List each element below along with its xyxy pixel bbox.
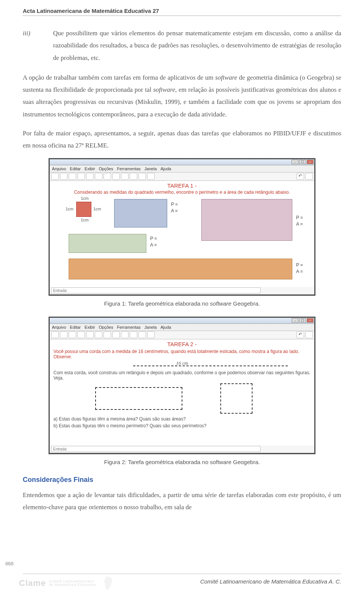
close-icon[interactable]: × bbox=[307, 160, 314, 164]
figure-1-inputbar[interactable] bbox=[50, 287, 314, 295]
figure-1-titlebar[interactable]: – ☐ × bbox=[50, 159, 314, 165]
tarefa2-line2: Com esta corda, você construiu um retâng… bbox=[50, 369, 314, 381]
tool-point-icon[interactable] bbox=[60, 173, 67, 180]
tool-point-icon[interactable] bbox=[60, 331, 67, 338]
tool-zoom-icon[interactable] bbox=[147, 173, 155, 180]
italic-software-1: software bbox=[215, 74, 237, 81]
figure-1-caption: Figura 1: Tarefa geométrica elaborada no… bbox=[23, 300, 341, 307]
menu-opcoes[interactable]: Opções bbox=[99, 166, 113, 171]
figure-2-titlebar[interactable]: – ☐ × bbox=[50, 318, 314, 324]
dim-top: 1cm bbox=[81, 196, 89, 201]
list-item-iii: iii) Que possibilitem que vários element… bbox=[23, 27, 341, 64]
menu-arquivo[interactable]: Arquivo bbox=[52, 325, 66, 329]
tool-reflect-icon[interactable] bbox=[121, 173, 129, 180]
green-a: A = bbox=[150, 242, 157, 248]
minimize-icon[interactable]: – bbox=[292, 160, 298, 164]
section-heading-consideracoes: Considerações Finais bbox=[23, 476, 341, 484]
redo-icon[interactable] bbox=[305, 331, 313, 338]
length-label: 16 cm bbox=[50, 360, 314, 366]
orange-p: P = bbox=[296, 262, 303, 268]
blue-a: A = bbox=[171, 208, 178, 213]
minimize-icon[interactable]: – bbox=[292, 318, 298, 323]
figure-1-toolbar[interactable] bbox=[50, 173, 314, 181]
tarefa2-line1: Você possui uma corda com a medida de 16… bbox=[50, 348, 314, 360]
page-number: 868 bbox=[5, 561, 14, 566]
tarefa2-qb: b) Estas duas figuras têm o mesmo períme… bbox=[50, 422, 314, 429]
tool-line-icon[interactable] bbox=[69, 331, 76, 338]
tool-line-icon[interactable] bbox=[69, 173, 76, 180]
tool-zoom-icon[interactable] bbox=[147, 331, 155, 338]
running-head: Acta Latinoamericana de Matemática Educa… bbox=[23, 8, 341, 16]
figure-2-menubar[interactable]: Arquivo Editar Exibir Opções Ferramentas… bbox=[50, 324, 314, 331]
italic-software-2: software bbox=[153, 86, 175, 93]
caption1-sw: software bbox=[210, 300, 232, 307]
dim-left: 1cm bbox=[66, 207, 74, 211]
menu-ferramentas[interactable]: Ferramentas bbox=[117, 166, 140, 171]
figure-1-window: – ☐ × Arquivo Editar Exibir Opções Ferra… bbox=[49, 159, 315, 295]
menu-arquivo[interactable]: Arquivo bbox=[52, 166, 66, 171]
menu-ajuda[interactable]: Ajuda bbox=[160, 166, 171, 171]
tarefa2-qa: a) Estas duas figuras têm a mesma área? … bbox=[50, 416, 314, 422]
menu-janela[interactable]: Janela bbox=[144, 166, 157, 171]
south-america-icon bbox=[99, 576, 118, 591]
menu-editar[interactable]: Editar bbox=[70, 166, 81, 171]
dim-bottom: 1cm bbox=[81, 218, 89, 222]
menu-ferramentas[interactable]: Ferramentas bbox=[117, 325, 140, 329]
tool-polygon-icon[interactable] bbox=[86, 331, 94, 338]
tool-ellipse-icon[interactable] bbox=[104, 331, 111, 338]
tool-reflect-icon[interactable] bbox=[121, 331, 129, 338]
orange-rect bbox=[69, 259, 292, 279]
figure-2-caption: Figura 2: Tarefa geométrica elaborada no… bbox=[23, 459, 341, 465]
tarefa2-title: TAREFA 2 - bbox=[50, 341, 314, 347]
menu-exibir[interactable]: Exibir bbox=[85, 166, 95, 171]
tool-slider-icon[interactable] bbox=[138, 331, 146, 338]
para1-a: A opção de trabalhar também com tarefas … bbox=[23, 74, 215, 81]
undo-icon[interactable] bbox=[297, 173, 304, 180]
tool-ellipse-icon[interactable] bbox=[104, 173, 111, 180]
menu-ajuda[interactable]: Ajuda bbox=[160, 325, 171, 329]
dim-right: 1cm bbox=[93, 207, 101, 211]
figure-2-canvas[interactable]: TAREFA 2 - Você possui uma corda com a m… bbox=[50, 339, 314, 446]
maximize-icon[interactable]: ☐ bbox=[299, 160, 306, 164]
footer-logo-small2: de Matemática Educativa bbox=[49, 583, 96, 587]
redo-icon[interactable] bbox=[305, 173, 313, 180]
tool-perp-icon[interactable] bbox=[77, 173, 85, 180]
undo-icon[interactable] bbox=[297, 331, 304, 338]
tool-move-icon[interactable] bbox=[51, 331, 59, 338]
maximize-icon[interactable]: ☐ bbox=[299, 318, 306, 323]
figure-1-canvas[interactable]: TAREFA 1 - Considerando as medidas do qu… bbox=[50, 181, 314, 287]
list-marker: iii) bbox=[23, 27, 53, 64]
footer-logo: Clame Comité Latinoamericano de Matemáti… bbox=[19, 576, 118, 591]
red-square bbox=[76, 202, 91, 217]
dashed-rectangle bbox=[95, 387, 182, 410]
tool-text-icon[interactable] bbox=[130, 173, 137, 180]
paragraph-3: Entendemos que a ação de levantar tais d… bbox=[23, 489, 341, 514]
tool-polygon-icon[interactable] bbox=[86, 173, 94, 180]
pink-a: A = bbox=[296, 221, 303, 227]
tool-text-icon[interactable] bbox=[130, 331, 137, 338]
green-p: P = bbox=[150, 236, 157, 241]
figure-1-menubar[interactable]: Arquivo Editar Exibir Opções Ferramentas… bbox=[50, 165, 314, 173]
geogebra-input[interactable] bbox=[51, 287, 260, 293]
close-icon[interactable]: × bbox=[307, 318, 314, 323]
geogebra-input[interactable] bbox=[51, 446, 260, 452]
tool-move-icon[interactable] bbox=[51, 173, 59, 180]
tool-circle-icon[interactable] bbox=[95, 173, 102, 180]
menu-opcoes[interactable]: Opções bbox=[99, 325, 113, 329]
pink-rect bbox=[201, 199, 292, 241]
menu-janela[interactable]: Janela bbox=[144, 325, 157, 329]
figure-2-window: – ☐ × Arquivo Editar Exibir Opções Ferra… bbox=[49, 317, 315, 453]
menu-exibir[interactable]: Exibir bbox=[85, 325, 95, 329]
tool-angle-icon[interactable] bbox=[112, 173, 120, 180]
tool-perp-icon[interactable] bbox=[77, 331, 85, 338]
figure-2-inputbar[interactable] bbox=[50, 446, 314, 453]
list-content: Que possibilitem que vários elementos do… bbox=[53, 27, 341, 64]
figure-2-toolbar[interactable] bbox=[50, 331, 314, 339]
tarefa1-title: TAREFA 1 - bbox=[50, 182, 314, 189]
blue-p: P = bbox=[171, 202, 178, 207]
tool-slider-icon[interactable] bbox=[138, 173, 146, 180]
paragraph-1: A opção de trabalhar também com tarefas … bbox=[23, 72, 341, 121]
tool-circle-icon[interactable] bbox=[95, 331, 102, 338]
menu-editar[interactable]: Editar bbox=[70, 325, 81, 329]
tool-angle-icon[interactable] bbox=[112, 331, 120, 338]
